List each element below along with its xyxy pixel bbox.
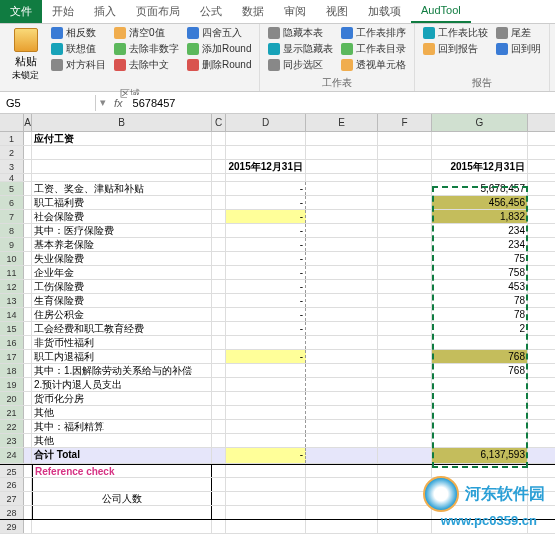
cell[interactable]: 2015年12月31日 [226, 160, 306, 173]
cmd-rmcn[interactable]: 去除中文 [114, 58, 179, 72]
cell[interactable]: 1,832 [432, 210, 528, 223]
tab-start[interactable]: 开始 [42, 0, 84, 23]
row-header[interactable]: 18 [0, 364, 24, 377]
cmd-opposite[interactable]: 相反数 [51, 26, 106, 40]
row-header[interactable]: 23 [0, 434, 24, 447]
tab-data[interactable]: 数据 [232, 0, 274, 23]
row-header[interactable]: 8 [0, 224, 24, 237]
row-header[interactable]: 17 [0, 350, 24, 363]
row-header[interactable]: 14 [0, 308, 24, 321]
col-header-E[interactable]: E [306, 114, 378, 131]
cell[interactable]: 2.预计内退人员支出 [32, 378, 212, 391]
cmd-toc[interactable]: 工作表目录 [341, 42, 406, 56]
cell[interactable]: 234 [432, 238, 528, 251]
tab-formula[interactable]: 公式 [190, 0, 232, 23]
cell[interactable]: 758 [432, 266, 528, 279]
row-header[interactable]: 3 [0, 160, 24, 173]
tab-insert[interactable]: 插入 [84, 0, 126, 23]
cell[interactable]: - [226, 210, 306, 223]
cmd-showhidden[interactable]: 显示隐藏表 [268, 42, 333, 56]
row-header[interactable]: 24 [0, 448, 24, 463]
cell[interactable]: 其中：福利精算 [32, 420, 212, 433]
cell[interactable]: 2015年12月31日 [432, 160, 528, 173]
tab-audtool[interactable]: AudTool [411, 0, 471, 23]
tab-review[interactable]: 审阅 [274, 0, 316, 23]
col-header-F[interactable]: F [378, 114, 432, 131]
row-header[interactable]: 1 [0, 132, 24, 145]
cell[interactable]: - [226, 238, 306, 251]
cmd-rmnonnum[interactable]: 去除非数字 [114, 42, 179, 56]
fx-icon[interactable]: fx [110, 97, 127, 109]
cmd-counter[interactable]: 对方科目 [51, 58, 106, 72]
cmd-associate[interactable]: 联想值 [51, 42, 106, 56]
row-header[interactable]: 26 [0, 478, 24, 491]
cell[interactable]: 6,137,593 [432, 448, 528, 463]
cell[interactable]: 合计 Total [32, 448, 212, 463]
cell[interactable]: 公司人数 [32, 492, 212, 505]
cell[interactable]: 工会经费和职工教育经费 [32, 322, 212, 335]
cell[interactable]: - [226, 350, 306, 363]
col-header-D[interactable]: D [226, 114, 306, 131]
row-header[interactable]: 13 [0, 294, 24, 307]
cell[interactable]: 5,678,457 [432, 182, 528, 195]
row-header[interactable]: 5 [0, 182, 24, 195]
cell[interactable]: 其中：医疗保险费 [32, 224, 212, 237]
cell[interactable]: 其他 [32, 406, 212, 419]
cmd-addround[interactable]: 添加Round [187, 42, 251, 56]
row-header[interactable]: 29 [0, 520, 24, 533]
row-header[interactable]: 9 [0, 238, 24, 251]
cmd-syncsel[interactable]: 同步选区 [268, 58, 333, 72]
row-header[interactable]: 12 [0, 280, 24, 293]
select-all-corner[interactable] [0, 114, 24, 131]
cmd-clear0[interactable]: 清空0值 [114, 26, 179, 40]
row-header[interactable]: 19 [0, 378, 24, 391]
cell[interactable]: 456,456 [432, 196, 528, 209]
cell[interactable]: 非货币性福利 [32, 336, 212, 349]
cell[interactable]: 453 [432, 280, 528, 293]
cell[interactable]: 768 [432, 364, 528, 377]
cell[interactable]: 工伤保险费 [32, 280, 212, 293]
row-header[interactable]: 20 [0, 392, 24, 405]
row-header[interactable]: 16 [0, 336, 24, 349]
cell[interactable]: - [226, 294, 306, 307]
cell[interactable]: 社会保险费 [32, 210, 212, 223]
cell[interactable]: - [226, 196, 306, 209]
cell[interactable]: 工资、奖金、津贴和补贴 [32, 182, 212, 195]
cmd-backdetail[interactable]: 回到明 [496, 42, 541, 56]
cmd-hidesheet[interactable]: 隐藏本表 [268, 26, 333, 40]
cmd-compare[interactable]: 工作表比较 [423, 26, 488, 40]
cell[interactable]: - [226, 266, 306, 279]
cell[interactable]: 234 [432, 224, 528, 237]
row-header[interactable]: 7 [0, 210, 24, 223]
row-header[interactable]: 11 [0, 266, 24, 279]
cell[interactable]: 失业保险费 [32, 252, 212, 265]
tab-view[interactable]: 视图 [316, 0, 358, 23]
row-header[interactable]: 21 [0, 406, 24, 419]
col-header-C[interactable]: C [212, 114, 226, 131]
cell[interactable]: 78 [432, 308, 528, 321]
cell[interactable]: 货币化分房 [32, 392, 212, 405]
cell[interactable]: - [226, 308, 306, 321]
cell[interactable]: - [226, 448, 306, 463]
cell[interactable]: 住房公积金 [32, 308, 212, 321]
cmd-back[interactable]: 回到报告 [423, 42, 488, 56]
cell[interactable]: 企业年金 [32, 266, 212, 279]
cell[interactable]: 生育保险费 [32, 294, 212, 307]
row-header[interactable]: 22 [0, 420, 24, 433]
cell[interactable]: 其中：1.因解除劳动关系给与的补偿 [32, 364, 212, 377]
cell[interactable]: 75 [432, 252, 528, 265]
cell[interactable]: - [226, 280, 306, 293]
row-header[interactable]: 28 [0, 506, 24, 519]
tab-layout[interactable]: 页面布局 [126, 0, 190, 23]
cell[interactable]: Reference check [32, 465, 212, 477]
cell[interactable]: 应付工资 [32, 132, 212, 145]
cmd-round[interactable]: 四舍五入 [187, 26, 251, 40]
tab-file[interactable]: 文件 [0, 0, 42, 23]
cell[interactable]: 2 [432, 322, 528, 335]
col-header-A[interactable]: A [24, 114, 32, 131]
row-header[interactable]: 4 [0, 174, 24, 181]
row-header[interactable]: 6 [0, 196, 24, 209]
row-header[interactable]: 25 [0, 465, 24, 477]
cell[interactable]: - [226, 322, 306, 335]
cmd-delround[interactable]: 删除Round [187, 58, 251, 72]
